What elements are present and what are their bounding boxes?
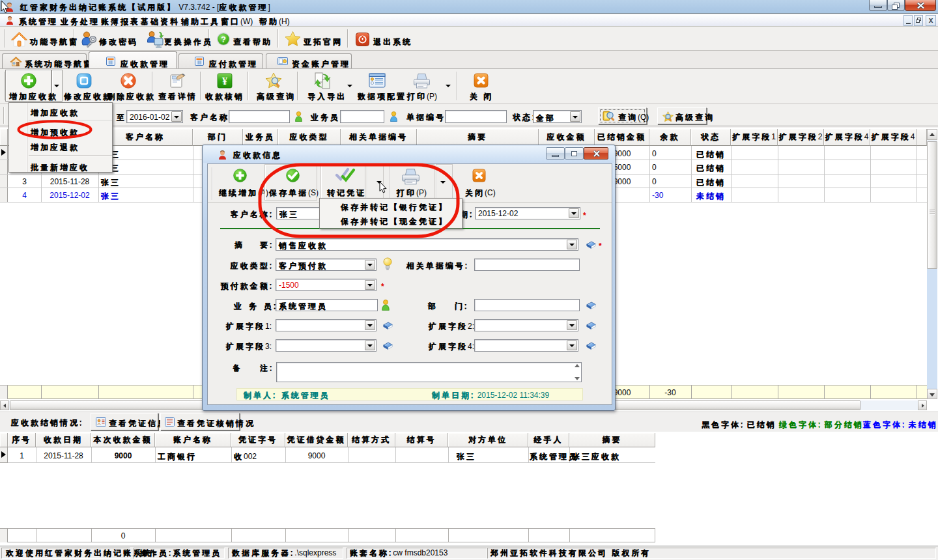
- svg-text:¥: ¥: [222, 76, 227, 87]
- svg-text:?: ?: [221, 35, 226, 44]
